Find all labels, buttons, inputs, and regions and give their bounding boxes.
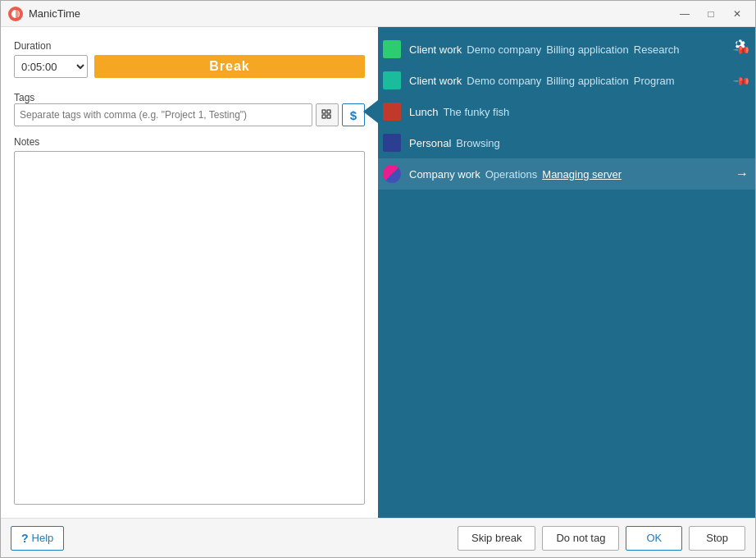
minimize-button[interactable]: — <box>673 5 696 23</box>
close-button[interactable]: ✕ <box>726 5 749 23</box>
skip-break-button[interactable]: Skip break <box>458 526 535 551</box>
list-item[interactable]: Client work Demo company Billing applica… <box>378 65 755 96</box>
color-swatch <box>383 40 401 58</box>
help-icon: ? <box>21 532 29 545</box>
pin-icon: 📌 <box>732 39 751 58</box>
left-panel: Duration 0:05:00 0:10:00 0:15:00 Break T… <box>1 27 378 518</box>
list-item[interactable]: Personal Browsing <box>378 127 755 158</box>
stop-button[interactable]: Stop <box>689 526 745 551</box>
color-swatch <box>383 103 401 121</box>
ok-button[interactable]: OK <box>626 526 682 551</box>
item-tags: Client work Demo company Billing applica… <box>409 43 731 56</box>
tags-section: Tags $ <box>14 91 365 126</box>
bottom-bar: ? Help Skip break Do not tag OK Stop <box>1 518 755 557</box>
break-button[interactable]: Break <box>94 55 365 78</box>
help-label: Help <box>32 532 54 544</box>
svg-rect-5 <box>327 115 330 118</box>
title-bar: ManicTime — □ ✕ <box>1 1 755 27</box>
tags-label: Tags <box>14 92 34 103</box>
item-tags: Personal Browsing <box>409 137 749 149</box>
duration-select[interactable]: 0:05:00 0:10:00 0:15:00 <box>14 55 88 78</box>
notes-textarea[interactable] <box>14 151 365 505</box>
list-item[interactable]: Lunch The funky fish <box>378 96 755 127</box>
duration-row: 0:05:00 0:10:00 0:15:00 Break <box>14 55 365 78</box>
main-content: Duration 0:05:00 0:10:00 0:15:00 Break T… <box>1 27 755 518</box>
svg-rect-4 <box>322 115 326 118</box>
item-tags: Lunch The funky fish <box>409 106 749 118</box>
arrow-right-icon: → <box>736 167 749 181</box>
tags-dollar-button[interactable]: $ <box>342 103 365 126</box>
app-logo <box>7 6 24 22</box>
pin-icon: 📌 <box>732 71 751 89</box>
tags-grid-button[interactable] <box>316 103 339 126</box>
item-tags: Client work Demo company Billing applica… <box>409 75 731 87</box>
duration-label: Duration <box>14 40 365 52</box>
color-swatch <box>383 165 401 183</box>
item-tags: Company work Operations Managing server <box>409 168 729 181</box>
do-not-tag-button[interactable]: Do not tag <box>542 526 619 551</box>
window-controls: — □ ✕ <box>673 5 749 23</box>
svg-rect-2 <box>322 110 326 113</box>
list-item[interactable]: Company work Operations Managing server … <box>378 158 755 190</box>
maximize-button[interactable]: □ <box>699 5 722 23</box>
list-item[interactable]: Client work Demo company Billing applica… <box>378 34 755 65</box>
tags-input-row: $ <box>14 103 365 126</box>
help-button[interactable]: ? Help <box>11 526 64 551</box>
left-arrow <box>363 100 378 123</box>
main-window: ManicTime — □ ✕ Duration 0:05:00 0:10:00… <box>0 0 756 558</box>
right-panel: Client work Demo company Billing applica… <box>378 27 755 518</box>
app-title: ManicTime <box>29 7 673 20</box>
tags-input[interactable] <box>14 103 312 126</box>
svg-rect-3 <box>327 110 330 113</box>
color-swatch <box>383 134 401 152</box>
notes-section: Notes <box>14 136 365 505</box>
notes-label: Notes <box>14 136 365 148</box>
color-swatch <box>383 71 401 89</box>
